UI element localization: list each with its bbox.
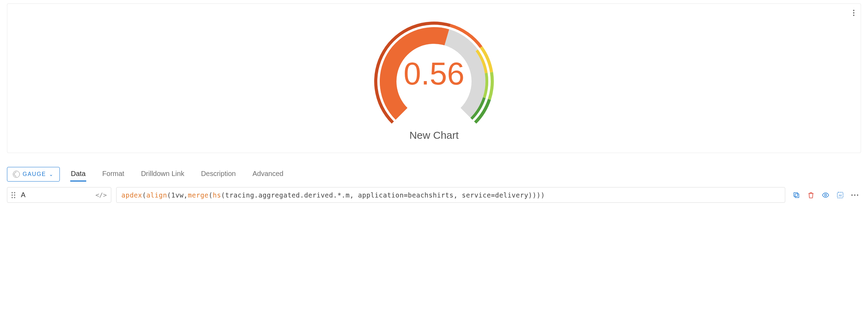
svg-point-2 bbox=[825, 194, 827, 196]
ai-assist-icon[interactable]: AI bbox=[836, 191, 844, 199]
query-expression-input[interactable]: apdex(align(1vw, merge(hs(tracing.aggreg… bbox=[116, 187, 785, 203]
query-token: (tracing.aggregated.derived.*.m, applica… bbox=[221, 191, 545, 199]
gauge-icon bbox=[13, 171, 20, 178]
query-menu-button[interactable] bbox=[851, 191, 859, 199]
query-token-fn: apdex bbox=[121, 191, 142, 199]
panel-menu-button[interactable] bbox=[853, 9, 854, 17]
tab-drilldown-link[interactable]: Drilldown Link bbox=[140, 167, 185, 182]
query-token-fn: align bbox=[146, 191, 167, 199]
tab-advanced[interactable]: Advanced bbox=[252, 167, 284, 182]
query-token: (1vw, bbox=[167, 191, 188, 199]
query-actions: AI bbox=[790, 187, 861, 203]
gauge-chart: 0.56 New Chart bbox=[364, 15, 504, 141]
query-name[interactable]: A bbox=[19, 187, 91, 202]
chart-type-dropdown[interactable]: GAUGE ⌄ bbox=[7, 167, 60, 182]
chevron-down-icon: ⌄ bbox=[49, 171, 54, 177]
query-row: A </> apdex(align(1vw, merge(hs(tracing.… bbox=[7, 187, 861, 203]
svg-text:AI: AI bbox=[839, 193, 842, 197]
tabs: DataFormatDrilldown LinkDescriptionAdvan… bbox=[70, 167, 284, 182]
drag-handle-icon[interactable] bbox=[11, 192, 15, 198]
chart-title: New Chart bbox=[409, 129, 459, 141]
tab-format[interactable]: Format bbox=[102, 167, 125, 182]
gauge-value-text: 0.56 bbox=[403, 56, 464, 91]
query-token-fn: hs bbox=[213, 191, 221, 199]
tab-data[interactable]: Data bbox=[70, 167, 86, 182]
svg-rect-0 bbox=[795, 194, 799, 198]
chart-type-label: GAUGE bbox=[23, 171, 46, 177]
delete-icon[interactable] bbox=[807, 191, 815, 199]
query-token: ( bbox=[142, 191, 146, 199]
copy-icon[interactable] bbox=[792, 191, 801, 199]
query-name-box: A </> bbox=[7, 187, 111, 203]
chart-panel: 0.56 New Chart bbox=[7, 3, 861, 153]
gauge-svg: 0.56 bbox=[364, 15, 504, 127]
visibility-icon[interactable] bbox=[821, 191, 830, 199]
svg-rect-1 bbox=[794, 192, 798, 196]
config-row: GAUGE ⌄ DataFormatDrilldown LinkDescript… bbox=[7, 167, 861, 185]
code-toggle-icon[interactable]: </> bbox=[95, 191, 107, 199]
tab-description[interactable]: Description bbox=[200, 167, 236, 182]
query-token: ( bbox=[209, 191, 213, 199]
query-token-fn: merge bbox=[188, 191, 209, 199]
